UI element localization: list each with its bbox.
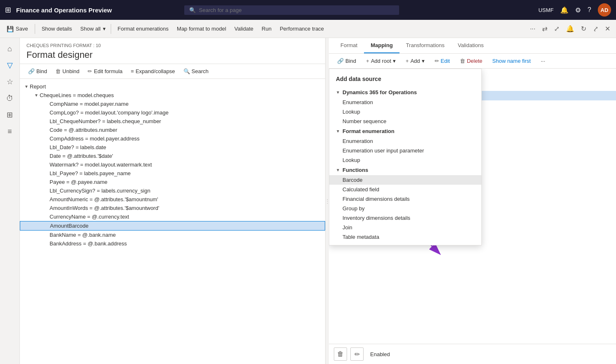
popup-section-dynamics-365-for-operations[interactable]: ▼Dynamics 365 for Operations: [329, 87, 481, 98]
add-button[interactable]: + Add ▾: [402, 56, 428, 66]
tree-item[interactable]: ▼Report: [20, 82, 325, 91]
expand-collapse-button[interactable]: ≡ Expand/collapse: [128, 67, 178, 76]
settings-icon[interactable]: ⚙: [575, 6, 581, 14]
popup-item-barcode[interactable]: Barcode: [329, 175, 481, 185]
list-icon[interactable]: ≡: [2, 124, 17, 139]
show-details-button[interactable]: Show details: [38, 23, 76, 34]
mapping-more-button[interactable]: ···: [538, 56, 549, 66]
refresh-button[interactable]: ↻: [578, 22, 589, 35]
delete-ds-button[interactable]: 🗑: [334, 347, 347, 361]
tree-item[interactable]: ▼ChequeLines = model.cheques: [20, 91, 325, 100]
help-icon[interactable]: ?: [587, 6, 591, 14]
compare-button[interactable]: ⇄: [540, 22, 550, 35]
tab-mapping[interactable]: Mapping: [364, 38, 399, 53]
tree-item[interactable]: AmountInWords = @.attributes.'$amountwor…: [20, 204, 325, 212]
show-name-first-button[interactable]: Show name first: [489, 56, 534, 66]
popup-section-label: Functions: [342, 167, 368, 173]
tree-item[interactable]: Lbl_CurrencySign? = labels.currency_sign: [20, 186, 325, 195]
edit-mapping-button[interactable]: ✏ Edit: [431, 56, 453, 66]
popup-item-inventory-dimensions-details[interactable]: Inventory dimensions details: [329, 213, 481, 223]
validate-button[interactable]: Validate: [231, 23, 257, 34]
popup-item-calculated-field[interactable]: Calculated field: [329, 185, 481, 194]
tree-item[interactable]: Payee = @.payee.name: [20, 178, 325, 186]
popup-item-enumeration[interactable]: Enumeration: [329, 98, 481, 107]
tree-item-label: Lbl_CurrencySign? = labels.currency_sign: [50, 188, 322, 194]
edit-formula-button[interactable]: ✏ Edit formula: [84, 67, 126, 76]
popup-item-enumeration-user-input-parameter[interactable]: Enumeration user input parameter: [329, 146, 481, 155]
search-button[interactable]: 🔍 Search: [180, 67, 212, 76]
tree-item[interactable]: Date = @.attributes.'$date': [20, 152, 325, 160]
clock-icon[interactable]: ⏱: [2, 91, 17, 106]
mapping-bind-button[interactable]: 🔗 Bind: [334, 56, 359, 66]
close-button[interactable]: ✕: [602, 22, 613, 35]
tab-validations[interactable]: Validations: [451, 38, 490, 53]
global-search-input[interactable]: [199, 7, 394, 13]
app-grid-icon[interactable]: ⊞: [5, 5, 11, 14]
popup-item-join[interactable]: Join: [329, 223, 481, 232]
tree-item[interactable]: CompLogo? = model.layout.'company logo'.…: [20, 108, 325, 117]
tab-transformations[interactable]: Transformations: [400, 38, 451, 53]
tree-chevron-icon[interactable]: ▼: [23, 84, 30, 89]
toolbar-right: ··· ⇄ ⤢ 🔔 ↻ ⤤ ✕: [528, 22, 613, 35]
add-root-button[interactable]: + Add root ▾: [363, 56, 399, 66]
tree-item[interactable]: BankAddress = @.bank.address: [20, 239, 325, 248]
popup-title: Add data source: [329, 72, 481, 87]
open-new-button[interactable]: ⤤: [590, 22, 601, 35]
splitter[interactable]: ⋮: [326, 38, 329, 364]
add-root-chevron-icon: ▾: [393, 58, 396, 64]
tree-item-label: AmountNumeric = @.attributes.'$amountnum…: [50, 196, 322, 202]
tree-item-label: Payee = @.payee.name: [50, 179, 322, 185]
show-all-button[interactable]: Show all ▾: [77, 23, 107, 34]
tree-item[interactable]: AmountNumeric = @.attributes.'$amountnum…: [20, 195, 325, 204]
tree-item[interactable]: AmountBarcode: [20, 221, 325, 231]
avatar[interactable]: AD: [598, 3, 611, 17]
save-button[interactable]: 💾 Save: [3, 23, 31, 35]
edit-icon: ✏: [88, 68, 92, 74]
global-search-bar[interactable]: 🔍: [184, 5, 399, 15]
tree-item[interactable]: Lbl_ChequeNumber? = labels.cheque_number: [20, 117, 325, 126]
tree-item[interactable]: CompAddress = model.payer.address: [20, 134, 325, 143]
tree-item-label: CompAddress = model.payer.address: [50, 136, 322, 142]
tree-item[interactable]: Lbl_Date? = labels.date: [20, 143, 325, 152]
mapping-toolbar: 🔗 Bind + Add root ▾ + Add ▾ ✏ Edit 🗑 Del…: [329, 54, 616, 69]
tab-format[interactable]: Format: [334, 38, 364, 53]
popup-section-format-enumeration[interactable]: ▼Format enumeration: [329, 126, 481, 136]
format-enumerations-button[interactable]: Format enumerations: [114, 23, 172, 34]
filter-icon[interactable]: ▽: [2, 58, 17, 73]
popup-section-label: Dynamics 365 for Operations: [342, 89, 417, 95]
tree-item[interactable]: Lbl_Payee? = labels.payee_name: [20, 169, 325, 178]
tree-item[interactable]: Code = @.attributes.number: [20, 126, 325, 134]
unbind-button[interactable]: 🗑 Unbind: [52, 67, 83, 76]
run-button[interactable]: Run: [258, 23, 275, 34]
map-format-to-model-button[interactable]: Map format to model: [174, 23, 229, 34]
tree-item-label: Date = @.attributes.'$date': [50, 153, 322, 159]
popup-item-financial-dimensions-details[interactable]: Financial dimensions details: [329, 194, 481, 204]
bell-icon[interactable]: 🔔: [560, 6, 568, 14]
more-options-button[interactable]: ···: [528, 23, 538, 35]
tree-chevron-icon[interactable]: ▼: [33, 93, 40, 98]
edit-ds-button[interactable]: ✏: [350, 347, 364, 361]
popup-item-number-sequence[interactable]: Number sequence: [329, 117, 481, 126]
delete-button[interactable]: 🗑 Delete: [457, 56, 486, 66]
tree-item[interactable]: CurrencyName = @.currency.text: [20, 212, 325, 221]
popup-item-group-by[interactable]: Group by: [329, 204, 481, 213]
tree-item-label: BankName = @.bank.name: [50, 232, 322, 238]
table-icon[interactable]: ⊞: [2, 107, 17, 122]
popup-section-functions[interactable]: ▼Functions: [329, 165, 481, 175]
home-icon[interactable]: ⌂: [2, 41, 17, 56]
tree-item[interactable]: CompName = model.payer.name: [20, 100, 325, 108]
popup-item-table-metadata[interactable]: Table metadata: [329, 232, 481, 242]
unlink-icon: 🗑: [55, 68, 61, 74]
popup-item-enumeration[interactable]: Enumeration: [329, 136, 481, 146]
tree-item-label: Report: [30, 83, 322, 90]
notification-button[interactable]: 🔔: [564, 22, 577, 35]
expand-button[interactable]: ⤢: [552, 22, 562, 35]
tree-item[interactable]: Watermark? = model.layout.watermark.text: [20, 160, 325, 169]
popup-item-lookup[interactable]: Lookup: [329, 155, 481, 165]
performance-trace-button[interactable]: Performance trace: [276, 23, 327, 34]
top-nav-right: USMF 🔔 ⚙ ? AD: [538, 3, 611, 17]
tree-item[interactable]: BankName = @.bank.name: [20, 231, 325, 239]
popup-item-lookup[interactable]: Lookup: [329, 107, 481, 117]
star-icon[interactable]: ☆: [2, 74, 17, 89]
bind-button[interactable]: 🔗 Bind: [25, 67, 50, 76]
